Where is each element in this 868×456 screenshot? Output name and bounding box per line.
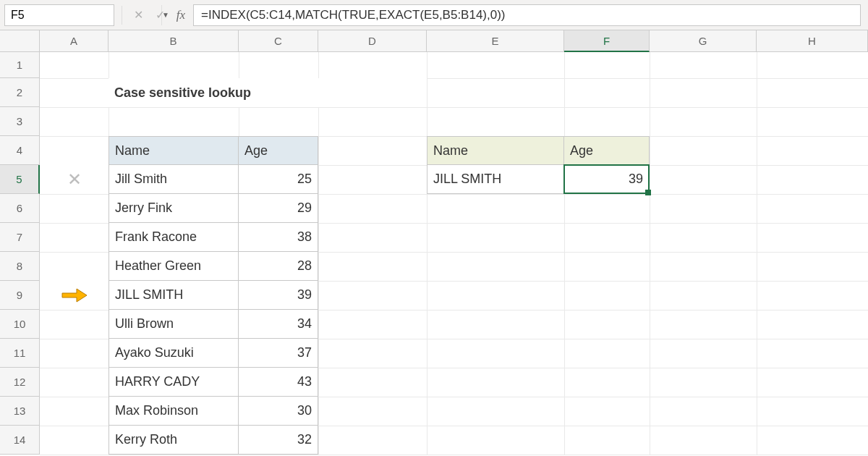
fx-icon[interactable]: fx <box>173 6 189 25</box>
col-header-C[interactable]: C <box>239 30 318 52</box>
main-name-13[interactable]: Max Robinson <box>109 397 239 426</box>
row-header-14[interactable]: 14 <box>0 426 40 455</box>
main-age-11[interactable]: 37 <box>239 339 318 368</box>
select-all-corner[interactable] <box>0 30 40 52</box>
lookup-header-name[interactable]: Name <box>427 136 564 165</box>
col-header-B[interactable]: B <box>109 30 239 52</box>
col-header-A[interactable]: A <box>40 30 109 52</box>
main-age-9[interactable]: 39 <box>239 281 318 310</box>
col-header-E[interactable]: E <box>427 30 564 52</box>
row-header-8[interactable]: 8 <box>0 252 40 281</box>
main-age-8[interactable]: 28 <box>239 252 318 281</box>
main-name-12[interactable]: HARRY CADY <box>109 368 239 397</box>
arrow-icon[interactable] <box>40 281 109 310</box>
row-header-4[interactable]: 4 <box>0 136 40 165</box>
lookup-name[interactable]: JILL SMITH <box>427 165 564 194</box>
main-name-10[interactable]: Ulli Brown <box>109 310 239 339</box>
col-header-F[interactable]: F <box>564 30 650 52</box>
main-header-name[interactable]: Name <box>109 136 239 165</box>
row-header-2[interactable]: 2 <box>0 78 40 107</box>
main-name-11[interactable]: Ayako Suzuki <box>109 339 239 368</box>
col-header-H[interactable]: H <box>757 30 868 52</box>
main-age-7[interactable]: 38 <box>239 223 318 252</box>
main-age-6[interactable]: 29 <box>239 194 318 223</box>
main-age-12[interactable]: 43 <box>239 368 318 397</box>
main-header-age[interactable]: Age <box>239 136 318 165</box>
row-header-12[interactable]: 12 <box>0 368 40 397</box>
row-header-10[interactable]: 10 <box>0 310 40 339</box>
formula-bar: ▼ ✕ ✓ fx <box>0 0 868 30</box>
spreadsheet-grid: ABCDEFGH 1234567891011121314 Case sensit… <box>0 30 868 455</box>
name-box[interactable]: ▼ <box>4 4 114 26</box>
main-name-5[interactable]: Jill Smith <box>109 165 239 194</box>
row-header-9[interactable]: 9 <box>0 281 40 310</box>
main-name-7[interactable]: Frank Racone <box>109 223 239 252</box>
row-header-13[interactable]: 13 <box>0 397 40 426</box>
formula-input[interactable] <box>193 4 861 26</box>
main-name-9[interactable]: JILL SMITH <box>109 281 239 310</box>
main-name-6[interactable]: Jerry Fink <box>109 194 239 223</box>
main-age-14[interactable]: 32 <box>239 426 318 455</box>
row-header-6[interactable]: 6 <box>0 194 40 223</box>
col-header-G[interactable]: G <box>650 30 757 52</box>
main-name-8[interactable]: Heather Green <box>109 252 239 281</box>
enter-icon[interactable]: ✓ <box>151 6 169 25</box>
row-header-5[interactable]: 5 <box>0 165 40 194</box>
row-header-11[interactable]: 11 <box>0 339 40 368</box>
lookup-header-age[interactable]: Age <box>564 136 650 165</box>
page-title[interactable]: Case sensitive lookup <box>109 78 427 107</box>
main-name-14[interactable]: Kerry Roth <box>109 426 239 455</box>
col-header-D[interactable]: D <box>318 30 427 52</box>
row-header-3[interactable]: 3 <box>0 107 40 136</box>
x-marker[interactable]: ✕ <box>40 165 109 194</box>
main-age-10[interactable]: 34 <box>239 310 318 339</box>
row-header-1[interactable]: 1 <box>0 52 40 78</box>
row-header-7[interactable]: 7 <box>0 223 40 252</box>
divider <box>122 6 122 25</box>
main-age-5[interactable]: 25 <box>239 165 318 194</box>
main-age-13[interactable]: 30 <box>239 397 318 426</box>
lookup-age[interactable]: 39 <box>564 165 650 194</box>
cancel-icon[interactable]: ✕ <box>129 6 147 25</box>
